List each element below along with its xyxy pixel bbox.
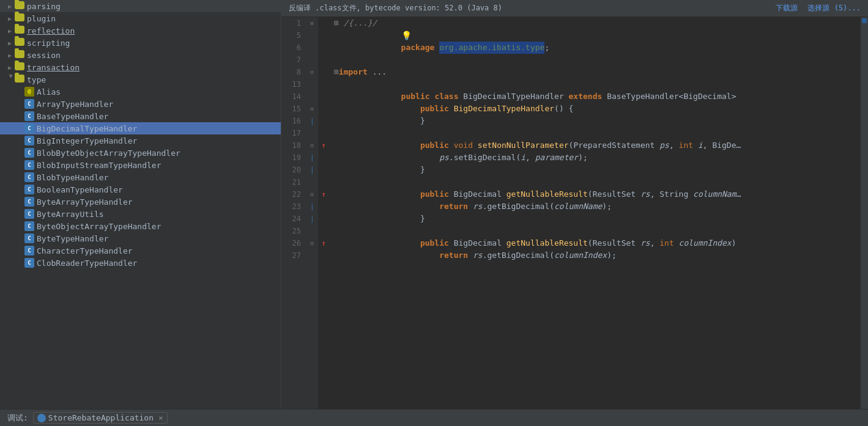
sidebar-item-bigdecimaltypehandler[interactable]: C BigDecimalTypeHandler [0,122,281,134]
sidebar-item-label-bytetypehandler: ByteTypeHandler [37,234,108,243]
sidebar-item-label-blobtypehandler: BlobTypeHandler [37,173,108,182]
spacer-blobtypehandler [15,172,24,182]
sidebar-item-session[interactable]: ▶ session [0,49,281,61]
class-icon-blobtypehandler: C [24,172,34,182]
collapse-arrow-session: ▶ [5,50,15,60]
app-tab-close[interactable]: × [158,413,163,422]
fold-marker-26[interactable]: ⊟ [310,240,313,246]
folder-icon-parsing [15,1,24,11]
editor-body: 1 5 6 7 8 13 14 15 16 17 18 19 20 21 22 … [281,17,868,409]
fold-marker-8[interactable]: ⊟ [310,69,313,75]
sidebar-item-label-bigintegertypehandler: BigIntegerTypeHandler [37,136,137,145]
fold-close-23: │ [310,204,314,210]
sidebar-item-plugin[interactable]: ▶ plugin [0,12,281,24]
sidebar-item-blobbyteobjectarraytypehandler[interactable]: C BlobByteObjectArrayTypeHandler [0,147,281,159]
sidebar-item-label-basetypehandler: BaseTypeHandler [37,112,108,121]
annotation-icon-alias: @ [24,87,34,97]
class-icon-bigdecimaltypehandler: C [24,123,34,133]
sidebar-item-blobtypehandler[interactable]: C BlobTypeHandler [0,171,281,183]
download-source-link[interactable]: 下载源 [776,3,798,13]
code-line-27: return rs.getBigDecimal(columnIndex); [334,249,861,262]
class-icon-blobbyteobjectarraytypehandler: C [24,148,34,158]
sidebar-item-arraytypehandler[interactable]: C ArrayTypeHandler [0,98,281,110]
line-numbers: 1 5 6 7 8 13 14 15 16 17 18 19 20 21 22 … [281,17,306,409]
sidebar-item-label-plugin: plugin [27,14,56,23]
sidebar-item-label-booleantypehandler: BooleanTypeHandler [37,185,123,194]
spacer-booleantypehandler [15,185,24,194]
fold-close-19: │ [310,155,314,161]
sidebar-item-reflection[interactable]: ▶ reflection [0,24,281,37]
sidebar-item-byteobjectarraytypehandler[interactable]: C ByteObjectArrayTypeHandler [0,220,281,232]
code-editor: 反编译 .class文件, bytecode version: 52.0 (Ja… [281,0,868,409]
spacer-alias [15,87,24,97]
spacer-bytetypehandler [15,233,24,243]
collapse-arrow-transaction: ▶ [5,62,15,72]
folder-icon-scripting [15,38,24,48]
app-tab[interactable]: StoreRebateApplication × [33,412,168,424]
sidebar-item-scripting[interactable]: ▶ scripting [0,37,281,49]
fold-marker-18[interactable]: ⊟ [310,142,313,149]
sidebar-item-label-parsing: parsing [27,2,61,11]
code-line-7 [334,54,861,66]
sidebar-item-label-bytearrayutils: ByteArrayUtils [37,210,104,219]
sidebar-item-clobreadertypehandler[interactable]: C ClobReaderTypeHandler [0,257,281,269]
folder-icon-type [15,75,24,84]
code-line-5: 💡 [334,29,861,42]
editor-header-actions: 下载源 选择源 (S)... [776,3,861,13]
collapse-arrow-type: ▶ [5,75,15,84]
code-line-20: } [334,164,861,176]
spacer-bigintegertypehandler [15,136,24,145]
sidebar-item-label-reflection: reflection [27,26,75,35]
editor-header-title: 反编译 .class文件, bytecode version: 52.0 (Ja… [289,3,502,13]
sidebar-item-bytetypehandler[interactable]: C ByteTypeHandler [0,232,281,244]
code-line-8: ⊞import ... [334,66,861,78]
file-tree-sidebar: ▶ parsing ▶ plugin ▶ reflection ▶ script… [0,0,281,409]
folder-icon-transaction [15,62,24,72]
select-source-link[interactable]: 选择源 (S)... [807,3,861,13]
class-icon-clobreadertypehandler: C [24,258,34,268]
class-icon-bytearraytypehandler: C [24,197,34,207]
sidebar-item-label-bytearraytypehandler: ByteArrayTypeHandler [37,197,133,207]
scrollbar-thumb[interactable] [862,18,867,23]
sidebar-item-label-blobbyteobjectarraytypehandler: BlobByteObjectArrayTypeHandler [37,149,180,158]
sidebar-item-alias[interactable]: @ Alias [0,86,281,98]
class-icon-charactertypehandler: C [24,246,34,255]
sidebar-item-label-bigdecimaltypehandler: BigDecimalTypeHandler [37,124,137,133]
spacer-arraytypehandler [15,99,24,109]
class-icon-bytearrayutils: C [24,209,34,219]
sidebar-item-charactertypehandler[interactable]: C CharacterTypeHandler [0,244,281,257]
spacer-bytearrayutils [15,209,24,219]
code-line-6: package org.apache.ibatis.type; [334,42,861,54]
spacer-blobinputstreamtypehandler [15,160,24,170]
editor-header: 反编译 .class文件, bytecode version: 52.0 (Ja… [281,0,868,17]
sidebar-item-type[interactable]: ▶ type [0,73,281,86]
folder-icon-session [15,50,24,60]
sidebar-item-parsing[interactable]: ▶ parsing [0,0,281,12]
debug-label: 调试: [7,413,28,424]
sidebar-item-bytearraytypehandler[interactable]: C ByteArrayTypeHandler [0,196,281,208]
sidebar-item-label-scripting: scripting [27,39,70,48]
spacer-blobbyteobjectarraytypehandler [15,148,24,158]
fold-marker-22[interactable]: ⊟ [310,191,313,197]
class-icon-byteobjectarraytypehandler: C [24,221,34,231]
sidebar-item-label-session: session [27,51,61,60]
sidebar-item-booleantypehandler[interactable]: C BooleanTypeHandler [0,183,281,196]
fold-marker-1[interactable]: ⊞ [310,20,313,26]
sidebar-item-basetypehandler[interactable]: C BaseTypeHandler [0,110,281,122]
sidebar-item-blobinputstreamtypehandler[interactable]: C BlobInputStreamTypeHandler [0,159,281,171]
sidebar-item-bytearrayutils[interactable]: C ByteArrayUtils [0,208,281,220]
code-line-13 [334,78,861,90]
sidebar-item-bigintegertypehandler[interactable]: C BigIntegerTypeHandler [0,134,281,147]
folder-icon-plugin [15,13,24,23]
spacer-charactertypehandler [15,246,24,255]
folder-icon-reflection [15,26,24,35]
sidebar-item-label-byteobjectarraytypehandler: ByteObjectArrayTypeHandler [37,222,161,231]
override-column: ↑ ↑ ↑ [318,17,329,409]
gutter-column: ⊞ ⊟ ⊟ │ ⊟ [306,17,318,409]
class-icon-booleantypehandler: C [24,185,34,194]
right-scrollbar[interactable] [861,17,868,409]
fold-close-20: │ [310,167,314,174]
sidebar-item-transaction[interactable]: ▶ transaction [0,61,281,73]
app-icon [37,414,46,422]
fold-marker-15[interactable]: ⊟ [310,106,313,112]
